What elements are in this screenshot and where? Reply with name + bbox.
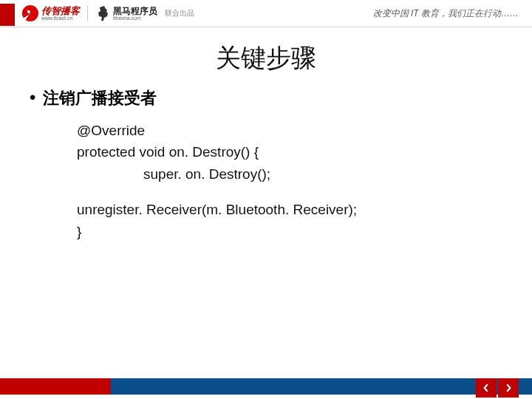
next-button[interactable] bbox=[498, 378, 519, 398]
header-divider bbox=[0, 27, 532, 27]
slide-title: 关键步骤 bbox=[0, 41, 532, 75]
code-blank-line bbox=[77, 185, 502, 199]
nav-controls bbox=[476, 378, 519, 398]
slide: 传智播客 www.itcast.cn 黑马程序员 itheima.com 联合出… bbox=[0, 0, 532, 399]
bullet-text: 注销广播接受者 bbox=[43, 87, 157, 109]
logo-itcast-name: 传智播客 bbox=[41, 6, 80, 16]
code-line-3: super. on. Destroy(); bbox=[77, 163, 502, 185]
code-line-2: protected void on. Destroy() { bbox=[77, 141, 502, 163]
logo-itheima-text-wrap: 黑马程序员 itheima.com bbox=[113, 7, 157, 21]
horse-icon bbox=[95, 6, 110, 21]
header-accent-block bbox=[0, 4, 15, 26]
logo-itcast: 传智播客 www.itcast.cn bbox=[22, 5, 80, 21]
logo-itheima-name: 黑马程序员 bbox=[113, 7, 157, 16]
code-line-5: } bbox=[77, 221, 502, 242]
code-line-1: @Override bbox=[77, 120, 502, 141]
code-block: @Override protected void on. Destroy() {… bbox=[77, 120, 502, 242]
joint-label: 联合出品 bbox=[165, 8, 194, 18]
logo-itheima: 黑马程序员 itheima.com bbox=[95, 6, 157, 21]
logo-itcast-url: www.itcast.cn bbox=[41, 16, 80, 21]
bullet-row: • 注销广播接受者 bbox=[30, 87, 502, 109]
code-line-4: unregister. Receiver(m. Bluetooth. Recei… bbox=[77, 199, 502, 220]
logo-group: 传智播客 www.itcast.cn 黑马程序员 itheima.com 联合出… bbox=[22, 5, 194, 21]
chevron-left-icon bbox=[482, 383, 491, 392]
header: 传智播客 www.itcast.cn 黑马程序员 itheima.com 联合出… bbox=[0, 0, 532, 27]
footer bbox=[0, 374, 532, 399]
swirl-icon bbox=[22, 5, 38, 21]
logo-separator bbox=[87, 5, 88, 21]
chevron-right-icon bbox=[504, 383, 513, 392]
prev-button[interactable] bbox=[476, 378, 497, 398]
bullet-marker: • bbox=[30, 89, 35, 106]
logo-itcast-text-wrap: 传智播客 www.itcast.cn bbox=[41, 6, 80, 21]
tagline: 改变中国 IT 教育，我们正在行动…… bbox=[373, 7, 519, 20]
footer-accent bbox=[0, 378, 111, 395]
logo-itheima-url: itheima.com bbox=[113, 16, 157, 21]
slide-body: • 注销广播接受者 @Override protected void on. D… bbox=[30, 87, 502, 242]
